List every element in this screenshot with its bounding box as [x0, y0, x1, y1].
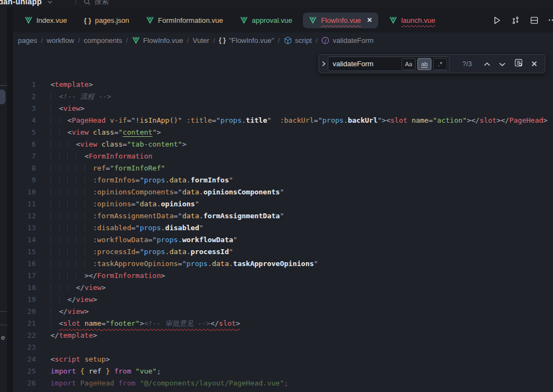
breadcrumb-item-workflow[interactable]: workflow — [47, 36, 74, 45]
line-content: <view> — [36, 103, 85, 115]
code-line-1[interactable]: 1<template> — [13, 79, 553, 91]
line-content: :opinionsComponents="data.opinionsCompon… — [36, 186, 284, 198]
function-icon: f — [321, 36, 329, 45]
window-title-bar: dan-uniapp 搜索 — [0, 0, 553, 8]
editor-group: Index.vue{ }pages.jsonFormInformation.vu… — [13, 8, 553, 392]
panel-divider — [0, 325, 7, 325]
panel-divider — [0, 85, 7, 86]
breadcrumb-item-script[interactable]: script — [284, 36, 312, 45]
tab-launch-vue[interactable]: launch.vue — [383, 12, 441, 28]
more-actions-button[interactable] — [548, 16, 553, 24]
code-line-26[interactable]: 26import PageHead from "@/components/lay… — [13, 377, 553, 389]
line-content: :disabled="props.disabled" — [36, 222, 204, 234]
search-label: 搜索 — [94, 0, 109, 7]
line-number: 15 — [13, 246, 36, 258]
line-number: 3 — [13, 103, 36, 115]
line-content: </view> — [36, 294, 97, 306]
code-editor[interactable]: 1<template>2 <!-- 流程 -->3 <view>4 <PageH… — [13, 79, 553, 392]
run-button[interactable] — [492, 16, 501, 25]
regex-toggle[interactable]: .* — [433, 58, 447, 70]
line-number: 5 — [13, 127, 36, 138]
code-line-9[interactable]: 9 :formInfos="props.data.formInfos" — [13, 174, 553, 186]
breadcrumb-separator: / — [278, 36, 280, 45]
code-line-8[interactable]: 8 ref="formInfoRef" — [13, 162, 553, 174]
tab-pages-json[interactable]: { }pages.json — [78, 12, 135, 28]
vue-icon — [132, 36, 140, 44]
code-line-11[interactable]: 11 :opinions="data.opinions" — [13, 198, 553, 210]
code-line-17[interactable]: 17 ></FormInformation> — [13, 270, 553, 282]
line-number: 23 — [13, 342, 36, 353]
code-line-16[interactable]: 16 :taskApproveOpinions="props.data.task… — [13, 258, 553, 270]
tab-flowinfo-vue[interactable]: FlowInfo.vue✕ — [303, 12, 378, 28]
code-line-25[interactable]: 25import { ref } from "vue"; — [13, 365, 553, 377]
panel-button-remnant[interactable] — [0, 90, 5, 104]
split-editor-button[interactable] — [530, 16, 539, 25]
code-line-6[interactable]: 6 <view class="tab-content"> — [13, 138, 553, 150]
breadcrumb-item-flowinfo-vue[interactable]: FlowInfo.vue — [132, 36, 183, 45]
breadcrumb-separator: / — [41, 36, 43, 45]
cropped-text: e — [1, 333, 5, 342]
find-previous-button[interactable] — [484, 59, 491, 69]
line-content: <template> — [36, 79, 93, 91]
line-content: import { ref } from "vue"; — [36, 365, 161, 377]
breadcrumb-item-flowinfo-vue[interactable]: { }"FlowInfo.vue" — [219, 36, 274, 45]
line-number: 19 — [13, 294, 36, 306]
line-content: :formInfos="props.data.formInfos" — [36, 174, 233, 186]
tab-label: launch.vue — [401, 16, 435, 24]
code-line-2[interactable]: 2 <!-- 流程 --> — [13, 91, 553, 103]
code-line-20[interactable]: 20 </view> — [13, 306, 553, 318]
tab-index-vue[interactable]: Index.vue — [18, 12, 73, 28]
line-number: 2 — [13, 91, 36, 103]
breadcrumb-item-pages[interactable]: pages — [18, 36, 37, 45]
code-line-4[interactable]: 4 <PageHead v-if="!isInApp()" :title="pr… — [13, 115, 553, 127]
code-line-10[interactable]: 10 :opinionsComponents="data.opinionsCom… — [13, 186, 553, 198]
find-input[interactable] — [332, 59, 400, 68]
breadcrumb-item-components[interactable]: components — [84, 36, 122, 45]
code-line-13[interactable]: 13 :disabled="props.disabled" — [13, 222, 553, 234]
module-icon — [284, 36, 292, 45]
project-title: dan-uniapp — [0, 0, 42, 6]
code-line-18[interactable]: 18 </view> — [13, 282, 553, 294]
match-case-toggle[interactable]: Aa — [402, 58, 416, 70]
line-number: 26 — [13, 377, 36, 389]
breadcrumb-label: Vuter — [193, 36, 209, 45]
code-line-14[interactable]: 14 :workflowData="props.workflowData" — [13, 234, 553, 246]
line-content: :taskApproveOpinions="props.data.taskApp… — [36, 258, 318, 270]
breadcrumb-item-validateform[interactable]: fvalidateForm — [321, 36, 373, 45]
breadcrumb-item-vuter[interactable]: Vuter — [193, 36, 209, 45]
line-number: 6 — [13, 138, 36, 150]
breadcrumb-label: "FlowInfo.vue" — [229, 36, 274, 45]
global-search[interactable]: 搜索 — [84, 0, 109, 7]
find-next-button[interactable] — [499, 59, 506, 69]
find-input-box: Aaab.* — [328, 56, 449, 71]
tab-actions — [492, 8, 553, 33]
line-number: 1 — [13, 79, 36, 91]
code-line-24[interactable]: 24<script setup> — [13, 353, 553, 365]
code-line-22[interactable]: 22</template> — [13, 330, 553, 342]
tab-approval-vue[interactable]: approval.vue — [234, 12, 298, 28]
tab-label: FormInformation.vue — [158, 16, 223, 24]
code-line-7[interactable]: 7 <FormInformation — [13, 150, 553, 162]
whole-word-toggle[interactable]: ab — [417, 58, 431, 70]
line-number: 24 — [13, 353, 36, 365]
breadcrumb-separator: / — [316, 36, 318, 45]
find-in-selection-button[interactable] — [514, 58, 523, 69]
chevron-down-icon[interactable] — [47, 0, 53, 7]
code-line-15[interactable]: 15 :processId="props.data.processId" — [13, 246, 553, 258]
code-line-3[interactable]: 3 <view> — [13, 103, 553, 115]
vue-icon — [389, 16, 397, 24]
code-line-12[interactable]: 12 :formAssignmentData="data.formAssignm… — [13, 210, 553, 222]
vue-icon — [146, 16, 154, 24]
compare-changes-button[interactable] — [511, 16, 520, 25]
code-line-19[interactable]: 19 </view> — [13, 294, 553, 306]
code-line-21[interactable]: 21 <slot name="footer"><!-- 审批意见 --></sl… — [13, 318, 553, 330]
line-content: </template> — [36, 330, 97, 342]
code-line-5[interactable]: 5 <view class="content"> — [13, 127, 553, 138]
breadcrumb-label: pages — [18, 36, 37, 45]
find-close-button[interactable] — [531, 59, 537, 69]
toggle-replace-chevron-icon[interactable] — [319, 61, 328, 67]
close-icon[interactable]: ✕ — [367, 16, 372, 24]
code-line-23[interactable]: 23 — [13, 342, 553, 353]
tab-forminformation-vue[interactable]: FormInformation.vue — [140, 12, 229, 28]
find-toggles: Aaab.* — [402, 58, 447, 70]
